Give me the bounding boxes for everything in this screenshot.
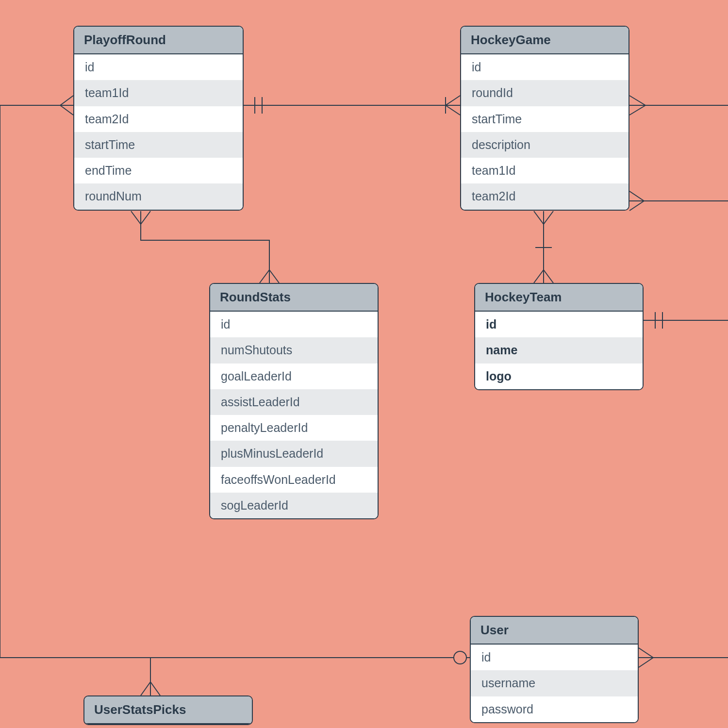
svg-line-7 <box>60 96 73 105</box>
rel-playoffround-roundstats <box>131 211 279 283</box>
svg-line-19 <box>269 270 279 283</box>
entity-title: RoundStats <box>210 284 378 312</box>
field: numShutouts <box>210 337 378 363</box>
entity-userstatspicks[interactable]: UserStatsPicks <box>83 695 253 725</box>
field: logo <box>475 364 643 389</box>
entity-title: User <box>471 617 638 645</box>
field: startTime <box>461 106 629 132</box>
field: roundId <box>461 80 629 106</box>
entity-title: PlayoffRound <box>74 27 243 54</box>
svg-line-34 <box>639 648 653 658</box>
field: id <box>461 54 629 80</box>
field: faceoffsWonLeaderId <box>210 467 378 493</box>
entity-title: HockeyTeam <box>475 284 643 312</box>
svg-line-30 <box>141 682 150 695</box>
rel-hockeyteam-right <box>644 312 728 329</box>
rel-hockeygame-hockeyteam <box>534 211 553 283</box>
field: id <box>210 312 378 337</box>
svg-line-12 <box>629 105 645 115</box>
field: team1Id <box>74 80 243 106</box>
svg-line-17 <box>141 211 150 224</box>
svg-line-3 <box>446 96 460 105</box>
svg-line-35 <box>639 658 653 667</box>
entity-title: HockeyGame <box>461 27 629 54</box>
rel-user-right <box>639 648 728 667</box>
field: sogLeaderId <box>210 493 378 518</box>
entity-user[interactable]: User id username password <box>470 616 639 723</box>
svg-line-11 <box>629 96 645 105</box>
field: password <box>471 696 638 722</box>
rel-playoffround-hockeygame <box>244 96 460 115</box>
field: id <box>475 312 643 337</box>
svg-line-22 <box>544 211 553 224</box>
svg-line-23 <box>534 270 544 283</box>
svg-line-8 <box>60 105 73 115</box>
field: team1Id <box>461 158 629 183</box>
field: assistLeaderId <box>210 389 378 415</box>
field: plusMinusLeaderId <box>210 441 378 466</box>
field: name <box>475 337 643 363</box>
entity-hockeygame[interactable]: HockeyGame id roundId startTime descript… <box>460 26 629 211</box>
svg-line-24 <box>544 270 553 283</box>
svg-line-15 <box>629 201 644 211</box>
field: endTime <box>74 158 243 183</box>
field: username <box>471 670 638 696</box>
field: roundNum <box>74 183 243 209</box>
rel-hockeygame-right <box>629 96 728 211</box>
svg-line-31 <box>150 682 160 695</box>
svg-line-21 <box>534 211 544 224</box>
svg-line-16 <box>131 211 141 224</box>
field: id <box>74 54 243 80</box>
rel-user-left <box>0 651 470 695</box>
entity-roundstats[interactable]: RoundStats id numShutouts goalLeaderId a… <box>209 283 379 519</box>
rel-playoffround-left <box>0 96 73 658</box>
field: startTime <box>74 132 243 158</box>
field: description <box>461 132 629 158</box>
svg-line-14 <box>629 191 644 201</box>
entity-title: UserStatsPicks <box>84 696 252 724</box>
field: goalLeaderId <box>210 364 378 389</box>
field: team2Id <box>461 183 629 209</box>
entity-playoffround[interactable]: PlayoffRound id team1Id team2Id startTim… <box>73 26 244 211</box>
field: team2Id <box>74 106 243 132</box>
svg-line-4 <box>446 105 460 115</box>
field: id <box>471 645 638 670</box>
entity-hockeyteam[interactable]: HockeyTeam id name logo <box>474 283 644 390</box>
svg-point-29 <box>454 651 466 664</box>
svg-line-18 <box>260 270 269 283</box>
field: penaltyLeaderId <box>210 415 378 441</box>
